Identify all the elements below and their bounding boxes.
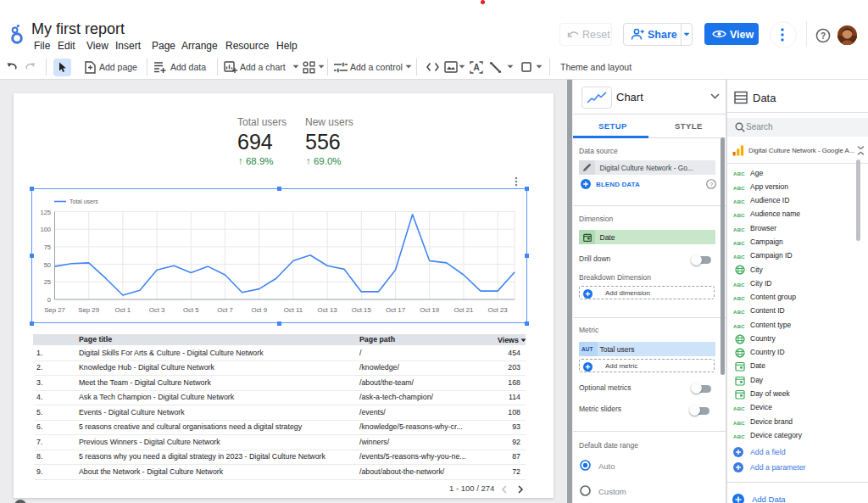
svg-text:?: ? bbox=[821, 31, 826, 41]
svg-text:?: ? bbox=[709, 181, 713, 188]
